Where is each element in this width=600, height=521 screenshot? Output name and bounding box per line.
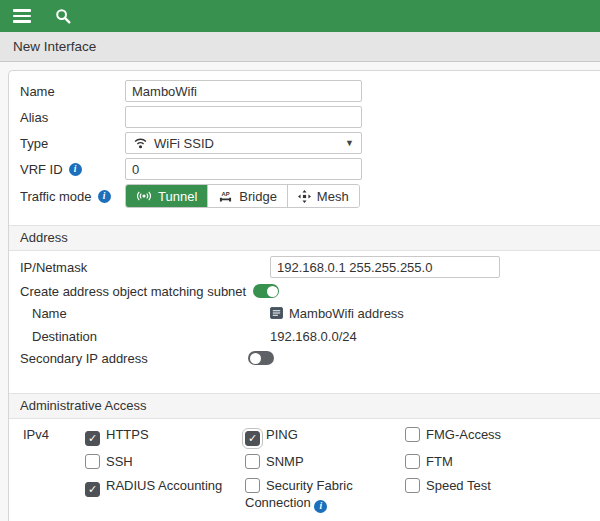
top-navbar [0, 0, 600, 32]
admin-access-option[interactable]: FTM [405, 453, 555, 470]
traffic-mode-row: Traffic mode i [20, 184, 600, 208]
chevron-down-icon: ▼ [345, 138, 354, 148]
checkbox-label: Speed Test [426, 478, 491, 493]
type-row: Type WiFi SSID ▼ [20, 132, 600, 154]
ipv4-access-row: IPv4 ✓HTTPS✓PINGFMG-AccessSSHSNMPFTM✓RAD… [9, 419, 600, 513]
bridge-label: Bridge [239, 189, 277, 204]
address-object-name-row: Name MamboWifi address [20, 304, 600, 322]
checkbox-checked-icon[interactable]: ✓ [85, 482, 100, 497]
address-object-name-text: MamboWifi address [289, 306, 404, 321]
page-title: New Interface [13, 39, 96, 54]
checkbox-unchecked-icon[interactable] [245, 454, 260, 469]
checkbox-label: PING [266, 427, 298, 442]
vrf-label: VRF ID i [20, 162, 125, 177]
destination-row: Destination 192.168.0.0/24 [20, 327, 600, 345]
checkbox-unchecked-icon[interactable] [85, 454, 100, 469]
info-icon[interactable]: i [69, 163, 82, 176]
traffic-mode-label: Traffic mode i [20, 189, 125, 204]
ip-netmask-row: IP/Netmask [20, 256, 600, 278]
traffic-mode-label-text: Traffic mode [20, 189, 92, 204]
info-icon[interactable]: i [314, 500, 327, 513]
admin-access-option[interactable]: Security Fabric Connection i [245, 477, 405, 513]
alias-label: Alias [20, 110, 125, 125]
alias-input[interactable] [125, 106, 362, 128]
traffic-mode-segmented-control: Tunnel AP Bridge [125, 184, 360, 208]
vrf-label-text: VRF ID [20, 162, 63, 177]
fortigate-new-interface-screen: New Interface Name Alias Type [0, 0, 600, 521]
create-address-object-label: Create address object matching subnet [20, 284, 246, 299]
checkbox-label: SSH [106, 454, 133, 469]
info-icon[interactable]: i [98, 190, 111, 203]
secondary-ip-row: Secondary IP address [20, 349, 600, 367]
checkbox-unchecked-icon[interactable] [245, 478, 260, 493]
address-section-title: Address [20, 230, 68, 245]
admin-access-option[interactable]: SNMP [245, 453, 405, 470]
checkbox-label: Security Fabric Connection i [245, 478, 353, 510]
destination-label: Destination [32, 329, 270, 344]
address-object-name-label: Name [32, 306, 270, 321]
checkbox-checked-icon[interactable]: ✓ [245, 431, 260, 446]
mesh-icon [298, 190, 311, 203]
checkbox-unchecked-icon[interactable] [405, 454, 420, 469]
type-select-value: WiFi SSID [154, 136, 214, 151]
traffic-mode-tunnel-button[interactable]: Tunnel [126, 185, 207, 207]
traffic-mode-mesh-button[interactable]: Mesh [287, 185, 359, 207]
admin-access-option[interactable]: ✓HTTPS [85, 426, 245, 446]
interface-settings-group: Name Alias Type WiFi SSI [9, 71, 600, 208]
admin-access-option[interactable]: Speed Test [405, 477, 555, 494]
create-address-object-toggle[interactable] [253, 284, 279, 298]
name-input[interactable] [125, 80, 362, 102]
breadcrumb-bar: New Interface [0, 32, 600, 62]
checkbox-label: SNMP [266, 454, 304, 469]
section-header-address: Address [9, 225, 600, 251]
admin-access-section-title: Administrative Access [20, 398, 146, 413]
checkbox-checked-icon[interactable]: ✓ [85, 431, 100, 446]
name-row: Name [20, 80, 600, 102]
access-point-icon: AP [218, 190, 233, 203]
section-header-administrative-access: Administrative Access [9, 393, 600, 419]
broadcast-icon [136, 190, 152, 202]
checkbox-unchecked-icon[interactable] [405, 427, 420, 442]
alias-row: Alias [20, 106, 600, 128]
address-object-name-value: MamboWifi address [270, 306, 404, 321]
admin-access-option[interactable]: ✓PING [245, 426, 405, 446]
interface-form-panel: Name Alias Type WiFi SSI [8, 70, 600, 521]
checkbox-unchecked-icon[interactable] [405, 478, 420, 493]
wifi-icon [133, 137, 148, 149]
checkbox-label: FMG-Access [426, 427, 501, 442]
traffic-mode-bridge-button[interactable]: AP Bridge [207, 185, 287, 207]
address-settings-group: IP/Netmask Create address object matchin… [9, 251, 600, 367]
type-label: Type [20, 136, 125, 151]
mesh-label: Mesh [317, 189, 349, 204]
create-address-object-row: Create address object matching subnet [20, 282, 600, 300]
checkbox-label: HTTPS [106, 427, 149, 442]
vrf-row: VRF ID i [20, 158, 600, 180]
ipv4-label: IPv4 [23, 426, 85, 513]
admin-access-option[interactable]: ✓RADIUS Accounting [85, 477, 245, 497]
ip-netmask-label: IP/Netmask [20, 260, 270, 275]
tunnel-label: Tunnel [158, 189, 197, 204]
admin-access-grid: ✓HTTPS✓PINGFMG-AccessSSHSNMPFTM✓RADIUS A… [85, 426, 555, 513]
vrf-id-input[interactable] [125, 158, 362, 180]
admin-access-option[interactable]: FMG-Access [405, 426, 555, 443]
ip-netmask-input[interactable] [270, 256, 500, 278]
secondary-ip-label: Secondary IP address [20, 351, 248, 366]
checkbox-label: FTM [426, 454, 453, 469]
search-icon[interactable] [55, 8, 71, 24]
destination-value: 192.168.0.0/24 [270, 329, 357, 344]
secondary-ip-toggle[interactable] [248, 351, 274, 365]
admin-access-option[interactable]: SSH [85, 453, 245, 470]
menu-icon[interactable] [13, 9, 31, 23]
type-select[interactable]: WiFi SSID ▼ [125, 132, 362, 154]
svg-text:AP: AP [222, 191, 230, 197]
checkbox-label: RADIUS Accounting [106, 478, 222, 493]
name-label: Name [20, 84, 125, 99]
address-object-icon [270, 307, 283, 319]
